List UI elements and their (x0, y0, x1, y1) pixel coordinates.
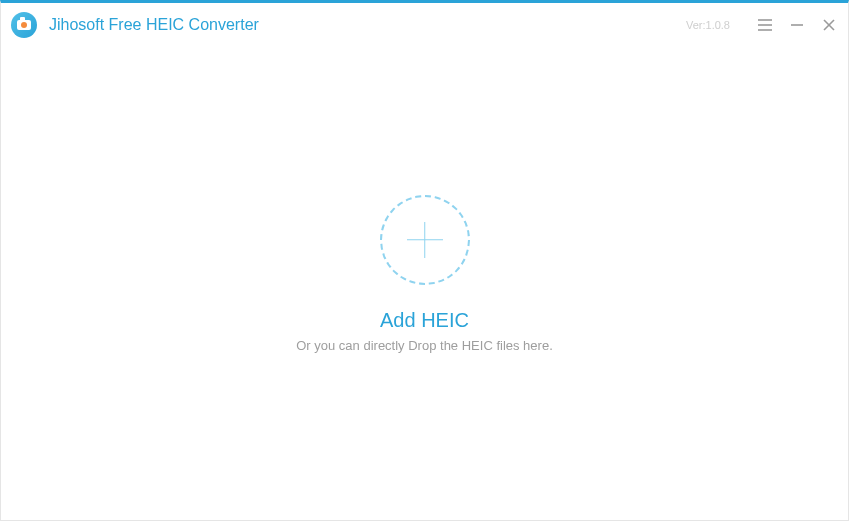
close-button[interactable] (822, 18, 836, 32)
app-logo (11, 12, 37, 38)
window-controls (758, 18, 836, 32)
titlebar: Jihosoft Free HEIC Converter Ver:1.0.8 (1, 3, 848, 47)
app-window: Jihosoft Free HEIC Converter Ver:1.0.8 (0, 0, 849, 521)
plus-icon (407, 222, 443, 258)
menu-button[interactable] (758, 18, 772, 32)
minimize-icon (790, 18, 804, 32)
add-heic-button[interactable] (380, 195, 470, 285)
hamburger-icon (758, 19, 772, 31)
app-title: Jihosoft Free HEIC Converter (49, 16, 259, 34)
drop-hint: Or you can directly Drop the HEIC files … (296, 338, 553, 353)
minimize-button[interactable] (790, 18, 804, 32)
version-label: Ver:1.0.8 (686, 19, 730, 31)
close-icon (822, 18, 836, 32)
main-content: Add HEIC Or you can directly Drop the HE… (1, 47, 848, 520)
add-heic-label: Add HEIC (380, 309, 469, 332)
camera-icon (17, 20, 31, 30)
dropzone[interactable]: Add HEIC Or you can directly Drop the HE… (296, 195, 553, 353)
